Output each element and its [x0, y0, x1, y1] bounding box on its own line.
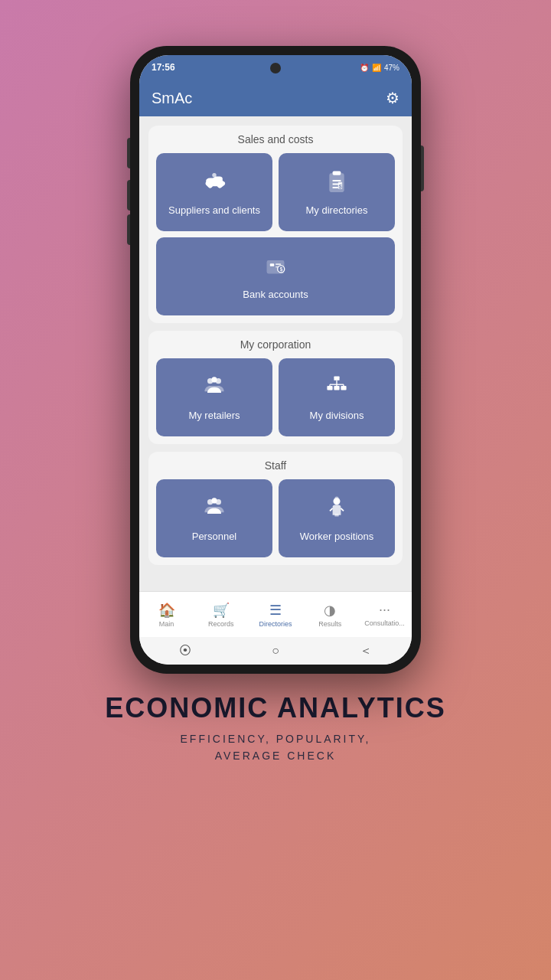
- phone-frame: 17:56 ⏰ 📶 47% SmAc ⚙ Sales and costs: [130, 46, 421, 674]
- nav-consultations-label: Consultatio...: [364, 619, 405, 627]
- more-icon: ···: [379, 602, 390, 618]
- section-title-staff: Staff: [156, 459, 395, 472]
- promo-headline: ECONOMIC ANALYTICS: [105, 692, 445, 724]
- svg-line-31: [330, 508, 333, 511]
- nav-main-label: Main: [159, 620, 174, 628]
- tile-personnel-label: Personnel: [192, 531, 237, 544]
- system-nav: ⦿ ○ ＜: [139, 637, 412, 665]
- people-icon: [201, 372, 228, 403]
- status-time: 17:56: [152, 62, 175, 73]
- tile-retailers-label: My retailers: [188, 410, 240, 423]
- section-title-sales: Sales and costs: [156, 133, 395, 145]
- tile-worker-positions[interactable]: Worker positions: [279, 479, 395, 557]
- grid-sales: Suppliers and clients: [156, 153, 395, 231]
- svg-rect-10: [276, 263, 281, 265]
- tile-retailers[interactable]: My retailers: [156, 358, 272, 436]
- app-header: SmAc ⚙: [139, 80, 412, 116]
- svg-rect-9: [270, 263, 274, 266]
- svg-point-0: [212, 173, 216, 177]
- svg-line-32: [341, 508, 344, 511]
- section-staff: Staff: [148, 452, 403, 565]
- tile-suppliers-label: Suppliers and clients: [168, 204, 260, 217]
- bank-icon: $: [262, 251, 289, 283]
- nav-results-label: Results: [318, 620, 341, 628]
- home-icon: 🏠: [158, 602, 175, 619]
- svg-text:$: $: [339, 183, 342, 190]
- promo-text: ECONOMIC ANALYTICS EFFICIENCY, POPULARIT…: [105, 692, 445, 765]
- main-content: Sales and costs Suppliers and clients: [139, 116, 412, 591]
- tile-bank-label: Bank accounts: [243, 289, 308, 302]
- personnel-icon: [201, 493, 228, 524]
- status-icons: ⏰ 📶 47%: [360, 64, 399, 72]
- clipboard-icon: $: [323, 167, 350, 198]
- section-corporation: My corporation: [148, 331, 403, 444]
- svg-point-30: [334, 496, 338, 500]
- nav-results[interactable]: ◑ Results: [303, 602, 357, 628]
- svg-rect-29: [334, 514, 338, 517]
- grid-staff: Personnel: [156, 479, 395, 557]
- tile-bank[interactable]: $ Bank accounts: [156, 237, 395, 315]
- chart-icon: ◑: [324, 602, 336, 619]
- nav-records-label: Records: [208, 620, 234, 628]
- tile-directories-label: My directories: [306, 204, 368, 217]
- hierarchy-icon: [323, 372, 350, 403]
- svg-text:$: $: [279, 266, 282, 273]
- svg-point-16: [211, 377, 217, 382]
- tile-suppliers[interactable]: Suppliers and clients: [156, 153, 272, 231]
- grid-corp: My retailers: [156, 358, 395, 436]
- recent-apps-btn[interactable]: ⦿: [179, 644, 191, 658]
- section-sales-costs: Sales and costs Suppliers and clients: [148, 126, 403, 323]
- svg-rect-18: [327, 386, 332, 390]
- svg-rect-2: [333, 171, 341, 175]
- nav-consultations[interactable]: ··· Consultatio...: [357, 602, 412, 627]
- back-btn[interactable]: ＜: [360, 643, 372, 659]
- svg-rect-20: [341, 386, 346, 390]
- tile-divisions-label: My divisions: [310, 410, 364, 423]
- tile-worker-positions-label: Worker positions: [300, 531, 374, 544]
- alarm-icon: ⏰: [360, 64, 369, 72]
- bottom-nav: 🏠 Main 🛒 Records ☰ Directories ◑ Results…: [139, 591, 412, 637]
- camera-notch: [270, 63, 281, 74]
- app-title: SmAc: [152, 90, 192, 107]
- settings-icon[interactable]: ⚙: [386, 89, 399, 107]
- svg-rect-19: [334, 386, 339, 390]
- tile-personnel[interactable]: Personnel: [156, 479, 272, 557]
- home-btn[interactable]: ○: [272, 644, 279, 658]
- svg-point-27: [211, 498, 217, 503]
- section-title-corp: My corporation: [156, 338, 395, 351]
- nav-directories[interactable]: ☰ Directories: [248, 602, 302, 628]
- promo-subheadline: EFFICIENCY, POPULARITY,AVERAGE CHECK: [105, 730, 445, 765]
- list-icon: ☰: [269, 602, 282, 619]
- tile-directories[interactable]: $ My directories: [279, 153, 395, 231]
- battery-text: 47%: [384, 64, 399, 72]
- wifi-icon: 📶: [372, 64, 381, 72]
- worker-icon: [323, 493, 350, 524]
- nav-records[interactable]: 🛒 Records: [194, 602, 248, 628]
- nav-directories-label: Directories: [259, 620, 292, 628]
- nav-main[interactable]: 🏠 Main: [139, 602, 194, 628]
- svg-rect-17: [334, 376, 339, 380]
- cart-icon: 🛒: [213, 602, 230, 619]
- handshake-icon: [201, 167, 228, 198]
- tile-divisions[interactable]: My divisions: [279, 358, 395, 436]
